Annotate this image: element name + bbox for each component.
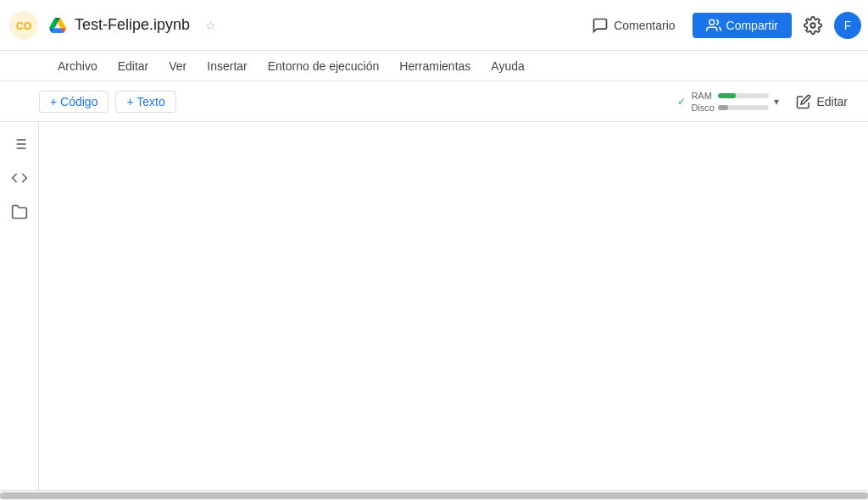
disk-label: Disco [691, 103, 715, 113]
top-bar: CO Test-Felipe.ipynb ☆ Comentario [0, 0, 868, 51]
add-text-button[interactable]: + Texto [115, 91, 175, 113]
ram-bar-fill [718, 93, 736, 98]
disk-bar-fill [718, 105, 728, 110]
disk-row: Disco [691, 103, 769, 113]
colab-logo[interactable]: CO [7, 8, 41, 42]
runtime-status: ✓ [677, 96, 686, 108]
share-button[interactable]: Compartir [693, 13, 792, 38]
horizontal-scrollbar[interactable] [0, 492, 868, 499]
toolbar-left: + Código + Texto [39, 91, 176, 113]
sidebar-code-button[interactable] [4, 163, 35, 193]
sidebar-icons [0, 122, 39, 490]
disk-bar-bg [718, 105, 769, 110]
star-icon[interactable]: ☆ [205, 19, 216, 32]
bottom-bar [0, 490, 868, 500]
menu-archivo[interactable]: Archivo [47, 56, 108, 76]
menu-entorno[interactable]: Entorno de ejecución [258, 56, 390, 76]
runtime-info: ✓ RAM Disco ▾ [677, 91, 779, 113]
sidebar-files-button[interactable] [4, 197, 35, 227]
drive-icon [49, 17, 66, 34]
toolbar: + Código + Texto ✓ RAM Disco [0, 81, 868, 122]
comment-button[interactable]: Comentario [581, 12, 685, 39]
top-bar-right: Comentario Compartir F [581, 11, 861, 40]
file-name[interactable]: Test-Felipe.ipynb [75, 16, 190, 34]
menu-bar: Archivo Editar Ver Insertar Entorno de e… [0, 51, 868, 81]
svg-point-2 [709, 19, 714, 25]
menu-ver[interactable]: Ver [159, 56, 197, 76]
avatar[interactable]: F [834, 12, 861, 39]
logo-area: CO Test-Felipe.ipynb ☆ [7, 8, 216, 42]
menu-herramientas[interactable]: Herramientas [389, 56, 481, 76]
svg-text:CO: CO [16, 20, 32, 32]
add-code-button[interactable]: + Código [39, 91, 108, 113]
resource-bars: RAM Disco [691, 91, 769, 113]
ram-row: RAM [691, 91, 769, 101]
menu-ayuda[interactable]: Ayuda [481, 56, 534, 76]
svg-point-3 [810, 23, 815, 28]
runtime-dropdown-arrow[interactable]: ▾ [774, 96, 779, 108]
ram-label: RAM [691, 91, 715, 101]
ram-bar-bg [718, 93, 769, 98]
menu-insertar[interactable]: Insertar [197, 56, 257, 76]
settings-button[interactable] [798, 11, 827, 40]
main-area [0, 122, 868, 490]
toolbar-right: ✓ RAM Disco ▾ [677, 89, 858, 114]
sidebar-toc-button[interactable] [4, 129, 35, 159]
notebook-area[interactable] [39, 122, 868, 490]
edit-button[interactable]: Editar [786, 89, 858, 114]
connected-icon: ✓ [677, 96, 686, 108]
menu-editar[interactable]: Editar [108, 56, 159, 76]
